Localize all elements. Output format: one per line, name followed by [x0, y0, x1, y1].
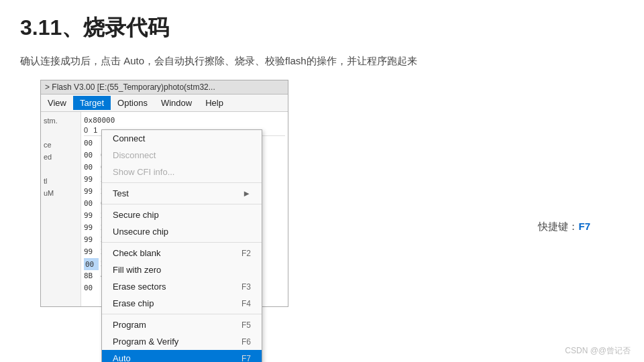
- left-row-7: uM: [44, 187, 78, 199]
- erase-chip-shortcut: F4: [241, 299, 251, 308]
- menu-program[interactable]: Program F5: [102, 316, 262, 333]
- menu-unsecure-chip[interactable]: Unsecure chip: [102, 223, 262, 240]
- address-row: 0x80000: [84, 115, 285, 126]
- menu-target[interactable]: Target: [73, 96, 111, 110]
- page-title: 3.11、烧录代码: [20, 13, 624, 43]
- menu-fill-with-zero[interactable]: Fill with zero: [102, 261, 262, 278]
- menu-options[interactable]: Options: [111, 96, 154, 110]
- col-header-0: 0: [84, 126, 88, 134]
- separator-2: [102, 204, 262, 204]
- menu-program-verify[interactable]: Program & Verify F6: [102, 333, 262, 350]
- screenshot-area: > Flash V3.00 [E:(55_Temporary)photo(stm…: [20, 80, 624, 307]
- left-row-3: ce: [44, 139, 78, 151]
- auto-shortcut: F7: [241, 354, 251, 363]
- separator-1: [102, 182, 262, 183]
- left-row-12: [44, 247, 78, 259]
- menu-erase-sectors[interactable]: Erase sectors F3: [102, 278, 262, 295]
- left-row-11: [44, 235, 78, 247]
- left-row-5: [44, 163, 78, 175]
- flash-titlebar: > Flash V3.00 [E:(55_Temporary)photo(stm…: [41, 80, 288, 95]
- shortcut-info: 快捷键：F7: [538, 221, 590, 233]
- erase-sectors-shortcut: F3: [241, 282, 251, 292]
- col-header-1: 1: [93, 126, 97, 134]
- separator-3: [102, 242, 262, 243]
- flash-content: stm. ce ed tl uM: [41, 112, 288, 306]
- shortcut-value: F7: [578, 221, 590, 232]
- flash-window: > Flash V3.00 [E:(55_Temporary)photo(stm…: [40, 80, 288, 307]
- left-row-6: tl: [44, 175, 78, 187]
- program-verify-shortcut: F6: [241, 337, 251, 347]
- left-row-13: [44, 259, 78, 272]
- menu-help[interactable]: Help: [199, 96, 230, 110]
- left-row-10: [44, 223, 78, 235]
- check-blank-shortcut: F2: [241, 249, 251, 258]
- menu-erase-chip[interactable]: Erase chip F4: [102, 295, 262, 312]
- left-row-14: [44, 272, 78, 284]
- menu-auto[interactable]: Auto F7: [102, 350, 262, 362]
- menu-check-blank[interactable]: Check blank F2: [102, 245, 262, 261]
- program-shortcut: F5: [241, 320, 251, 330]
- menu-window[interactable]: Window: [154, 96, 199, 110]
- flash-left-panel: stm. ce ed tl uM: [41, 112, 81, 306]
- shortcut-label: 快捷键：: [538, 221, 578, 232]
- left-row-9: [44, 211, 78, 223]
- csdn-watermark: CSDN @@曾记否: [565, 345, 631, 357]
- menu-view[interactable]: View: [41, 96, 73, 110]
- submenu-arrow: ►: [242, 188, 251, 198]
- target-dropdown-menu: Connect Disconnect Show CFI info... Test…: [101, 129, 262, 362]
- menu-connect[interactable]: Connect: [102, 130, 262, 147]
- left-row-4: ed: [44, 151, 78, 163]
- flash-menubar: View Target Options Window Help: [41, 95, 288, 112]
- left-row-8: [44, 199, 78, 211]
- page-container: 3.11、烧录代码 确认连接成功后，点击 Auto，会自动执行擦除、烧录、校验f…: [0, 0, 644, 320]
- separator-4: [102, 314, 262, 314]
- left-row-1: stm.: [44, 115, 78, 127]
- menu-disconnect: Disconnect: [102, 147, 262, 164]
- page-description: 确认连接成功后，点击 Auto，会自动执行擦除、烧录、校验flash的操作，并让…: [20, 55, 624, 68]
- menu-secure-chip[interactable]: Secure chip: [102, 206, 262, 223]
- menu-test[interactable]: Test ►: [102, 185, 262, 202]
- left-row-2: [44, 127, 78, 139]
- menu-show-cfi: Show CFI info...: [102, 164, 262, 180]
